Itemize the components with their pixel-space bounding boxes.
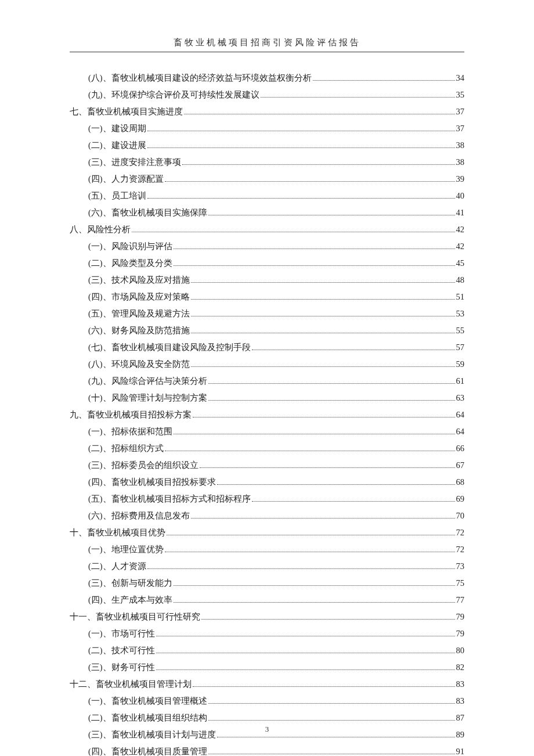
toc-entry-page: 42 [456,221,465,238]
toc-entry-page: 35 [456,87,465,103]
toc-entry-label: (二)、风险类型及分类 [88,255,172,272]
toc-entry: (五)、员工培训40 [70,188,464,204]
toc-entry-page: 59 [456,356,465,373]
toc-entry-label: (四)、生产成本与效率 [88,592,172,609]
toc-entry: (三)、财务可行性82 [70,659,464,676]
toc-leader-dots [200,467,455,468]
toc-entry-label: (一)、地理位置优势 [88,541,164,558]
toc-entry-page: 83 [456,676,465,693]
toc-leader-dots [147,147,455,148]
toc-entry-label: (一)、建设周期 [88,120,146,137]
toc-leader-dots [208,754,455,754]
toc-entry-label: (二)、技术可行性 [88,642,155,659]
toc-entry-label: (三)、招标委员会的组织设立 [88,457,199,474]
toc-entry-label: (三)、创新与研发能力 [88,575,172,592]
toc-entry-page: 91 [456,743,465,756]
toc-entry-label: (六)、财务风险及防范措施 [88,322,190,339]
toc-entry-page: 48 [456,272,465,289]
toc-entry: 十、畜牧业机械项目优势72 [70,524,464,541]
toc-entry-page: 83 [456,693,465,710]
toc-entry-page: 72 [456,524,465,541]
toc-entry-page: 79 [456,625,465,642]
table-of-contents: (八)、畜牧业机械项目建设的经济效益与环境效益权衡分析34(九)、环境保护综合评… [70,70,464,756]
toc-entry-page: 79 [456,609,465,625]
toc-leader-dots [174,585,455,586]
toc-entry-label: 八、风险性分析 [70,221,131,238]
toc-entry: (四)、畜牧业机械项目招投标要求68 [70,474,464,491]
page-number: 3 [0,725,534,734]
toc-entry-page: 57 [456,339,465,356]
toc-entry: (七)、畜牧业机械项目建设风险及控制手段57 [70,339,464,356]
toc-entry-page: 75 [456,575,465,592]
page-header: 畜牧业机械项目招商引资风险评估报告 [70,37,464,48]
toc-entry: (四)、生产成本与效率77 [70,592,464,609]
toc-leader-dots [167,535,455,535]
toc-entry: (一)、建设周期37 [70,120,464,137]
toc-entry-page: 38 [456,154,465,171]
toc-entry: (一)、风险识别与评估42 [70,238,464,255]
toc-entry: (四)、人力资源配置39 [70,171,464,188]
toc-entry: (三)、创新与研发能力75 [70,575,464,592]
toc-entry-label: (六)、招标费用及信息发布 [88,507,190,524]
toc-entry-page: 53 [456,305,465,322]
toc-entry-label: (八)、畜牧业机械项目建设的经济效益与环境效益权衡分析 [88,70,312,87]
toc-entry-page: 63 [456,390,465,406]
toc-entry-label: (三)、技术风险及应对措施 [88,272,190,289]
toc-entry: (五)、管理风险及规避方法53 [70,305,464,322]
toc-entry: (六)、畜牧业机械项目实施保障41 [70,204,464,221]
toc-entry-label: 七、畜牧业机械项目实施进度 [70,103,183,120]
toc-leader-dots [217,737,455,737]
toc-entry-label: (五)、员工培训 [88,188,146,204]
toc-leader-dots [156,653,455,653]
toc-leader-dots [165,451,455,451]
toc-entry: 七、畜牧业机械项目实施进度37 [70,103,464,120]
toc-entry-page: 55 [456,322,465,339]
toc-entry-page: 37 [456,103,465,120]
toc-entry-page: 45 [456,255,465,272]
toc-leader-dots [208,383,455,384]
toc-entry-label: (八)、环境风险及安全防范 [88,356,190,373]
toc-entry: (二)、建设进展38 [70,137,464,154]
toc-entry-label: (一)、畜牧业机械项目管理概述 [88,693,207,710]
toc-entry-label: (二)、招标组织方式 [88,440,164,457]
toc-entry-label: (一)、市场可行性 [88,625,155,642]
toc-entry-page: 72 [456,541,465,558]
toc-leader-dots [208,720,455,721]
toc-entry-page: 51 [456,289,465,305]
toc-entry-page: 64 [456,406,465,423]
toc-entry: (九)、风险综合评估与决策分析61 [70,373,464,390]
toc-leader-dots [156,669,455,670]
toc-entry-page: 82 [456,659,465,676]
toc-entry-label: (五)、畜牧业机械项目招标方式和招标程序 [88,491,251,507]
toc-entry-page: 77 [456,592,465,609]
toc-entry: (三)、招标委员会的组织设立67 [70,457,464,474]
toc-entry: (二)、畜牧业机械项目组织结构87 [70,710,464,726]
toc-leader-dots [165,552,455,552]
toc-entry: (八)、畜牧业机械项目建设的经济效益与环境效益权衡分析34 [70,70,464,87]
toc-entry-page: 39 [456,171,465,188]
toc-entry: (一)、畜牧业机械项目管理概述83 [70,693,464,710]
toc-entry-page: 42 [456,238,465,255]
toc-entry-label: (十)、风险管理计划与控制方案 [88,390,207,406]
toc-entry: (四)、市场风险及应对策略51 [70,289,464,305]
toc-leader-dots [208,215,455,215]
toc-entry-label: (二)、建设进展 [88,137,146,154]
toc-entry-page: 66 [456,440,465,457]
toc-entry-label: (四)、市场风险及应对策略 [88,289,190,305]
toc-entry-page: 80 [456,642,465,659]
toc-leader-dots [191,366,455,367]
toc-entry-label: 九、畜牧业机械项目招投标方案 [70,406,192,423]
toc-entry-label: (四)、人力资源配置 [88,171,164,188]
toc-entry-page: 37 [456,120,465,137]
toc-leader-dots [191,282,455,283]
toc-entry-label: (一)、风险识别与评估 [88,238,172,255]
toc-entry-label: (九)、风险综合评估与决策分析 [88,373,207,390]
toc-leader-dots [191,299,455,300]
toc-leader-dots [147,568,455,569]
toc-entry-label: (二)、畜牧业机械项目组织结构 [88,710,207,726]
toc-entry-page: 69 [456,491,465,507]
toc-entry: 十二、畜牧业机械项目管理计划83 [70,676,464,693]
toc-leader-dots [191,316,455,316]
toc-entry-label: (四)、畜牧业机械项目招投标要求 [88,474,216,491]
toc-leader-dots [261,97,455,98]
